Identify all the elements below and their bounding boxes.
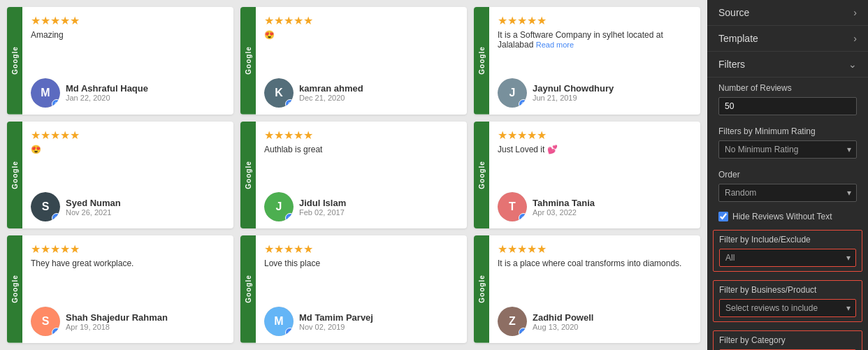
include-exclude-label: Filter by Include/Exclude [719,235,856,245]
min-rating-select[interactable]: No Minimum Rating [718,140,857,159]
google-badge: Google [7,7,22,115]
number-of-reviews-section: Number of Reviews [707,78,868,121]
card-content: ★★★★★ Just Loved it 💕 T G Tahmina Tania … [489,122,700,229]
reviewer-name: Md Tamim Parvej [299,312,373,323]
reviewer-date: Aug 13, 2020 [533,323,593,331]
google-avatar-badge: G [52,99,60,108]
reviewer-info: K G kamran ahmed Dec 21, 2020 [264,78,458,108]
review-text: It is a Software Company in sylhet locat… [498,30,692,50]
filters-section-header[interactable]: Filters ⌄ [707,52,868,78]
source-item[interactable]: Source › [707,0,868,26]
reviewer-date: Dec 21, 2020 [299,94,363,102]
google-avatar-badge: G [519,213,527,221]
number-of-reviews-label: Number of Reviews [718,83,857,93]
template-chevron-icon: › [853,33,857,44]
avatar: S G [31,307,60,336]
number-of-reviews-input[interactable] [718,97,857,115]
review-card: Google ★★★★★ Amazing M G Md Ashraful Haq… [7,7,233,115]
google-badge: Google [240,7,256,115]
reviewer-name: kamran ahmed [299,83,363,94]
review-text: 😍 [31,145,225,154]
reviewer-info: T G Tahmina Tania Apr 03, 2022 [498,192,692,221]
google-badge: Google [474,235,489,343]
business-product-section: Filter by Business/Product Select review… [713,280,862,322]
reviewer-name: Zadhid Powell [533,312,593,323]
order-label: Order [718,170,857,180]
avatar: J G [264,192,294,221]
reviewer-info: S G Shah Shajedur Rahman Apr 19, 2018 [31,307,225,336]
google-avatar-badge: G [285,99,294,108]
hide-reviews-checkbox[interactable] [718,212,728,221]
reviewer-info: J G Jaynul Chowdhury Jun 21, 2019 [498,78,692,108]
review-text: Just Loved it 💕 [498,145,692,154]
review-card: Google ★★★★★ Just Loved it 💕 T G Tahmina… [474,122,700,229]
category-label: Filter by Category [719,335,856,345]
card-content: ★★★★★ Amazing M G Md Ashraful Haque Jan … [22,7,233,115]
reviewer-date: Feb 02, 2017 [299,208,346,217]
avatar: Z G [498,307,527,336]
review-text: 😍 [264,30,458,40]
card-content: ★★★★★ Authlab is great J G Jidul Islam F… [256,122,467,229]
reviewer-name: Md Ashraful Haque [66,83,148,94]
google-avatar-badge: G [285,213,294,221]
hide-reviews-label: Hide Reviews Without Text [732,212,832,221]
reviewer-date: Apr 03, 2022 [533,208,595,217]
reviewer-info: M G Md Ashraful Haque Jan 22, 2020 [31,78,225,108]
review-card: Google ★★★★★ 😍 K G kamran ahmed Dec 21, … [240,7,467,115]
google-badge: Google [474,7,489,115]
include-exclude-select[interactable]: All [719,249,856,267]
card-content: ★★★★★ They have great workplace. S G Sha… [22,235,233,343]
stars: ★★★★★ [498,129,692,142]
google-avatar-badge: G [52,328,60,336]
avatar: T G [498,192,527,221]
review-card: Google ★★★★★ Love this place M G Md Tami… [240,235,467,343]
google-badge: Google [240,235,256,343]
source-chevron-icon: › [853,7,857,18]
review-card: Google ★★★★★ It is a place where coal tr… [474,235,700,343]
reviewer-name: Shah Shajedur Rahman [66,312,168,323]
stars: ★★★★★ [31,242,225,256]
include-exclude-select-wrapper: All [719,249,856,267]
review-card: Google ★★★★★ They have great workplace. … [7,235,233,343]
google-avatar-badge: G [519,99,527,108]
filters-label: Filters [718,59,745,70]
business-product-select[interactable]: Select reviews to include [719,299,856,317]
order-select[interactable]: Random [718,184,857,202]
stars: ★★★★★ [264,242,458,256]
source-label: Source [718,7,749,18]
category-section: Filter by Category Select categories to … [713,330,862,350]
filters-chevron-icon: ⌄ [848,59,857,70]
stars: ★★★★★ [498,14,692,27]
google-badge: Google [474,122,489,229]
reviewer-name: Jaynul Chowdhury [533,83,614,94]
include-exclude-section: Filter by Include/Exclude All [713,230,862,272]
avatar: K G [264,78,294,108]
reviewer-name: Tahmina Tania [533,198,595,208]
reviewer-name: Jidul Islam [299,198,346,208]
google-badge: Google [7,122,22,229]
card-content: ★★★★★ It is a place where coal transform… [489,235,700,343]
review-text: Amazing [31,30,225,40]
card-content: ★★★★★ 😍 K G kamran ahmed Dec 21, 2020 [256,7,467,115]
stars: ★★★★★ [264,129,458,142]
min-rating-label: Filters by Minimum Rating [718,126,857,136]
reviewer-info: S G Syed Numan Nov 26, 2021 [31,192,225,221]
reviewer-info: Z G Zadhid Powell Aug 13, 2020 [498,307,692,336]
reviewer-name: Syed Numan [66,198,121,208]
card-content: ★★★★★ 😍 S G Syed Numan Nov 26, 2021 [22,122,233,229]
stars: ★★★★★ [498,242,692,256]
reviews-grid: Google ★★★★★ Amazing M G Md Ashraful Haq… [0,0,707,350]
review-text: They have great workplace. [31,258,225,268]
review-text: Love this place [264,258,458,268]
card-content: ★★★★★ It is a Software Company in sylhet… [489,7,700,115]
reviewer-date: Apr 19, 2018 [66,323,168,331]
reviewer-date: Nov 26, 2021 [66,208,121,217]
avatar: S G [31,192,60,221]
template-label: Template [718,33,758,44]
stars: ★★★★★ [264,14,458,27]
review-text: It is a place where coal transforms into… [498,258,692,268]
review-card: Google ★★★★★ It is a Software Company in… [474,7,700,115]
business-product-select-wrapper: Select reviews to include [719,299,856,317]
google-badge: Google [240,122,256,229]
template-item[interactable]: Template › [707,26,868,52]
